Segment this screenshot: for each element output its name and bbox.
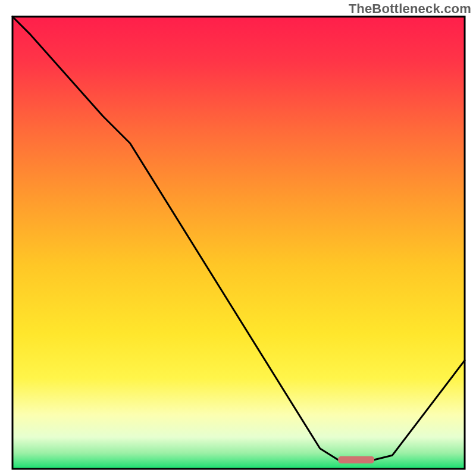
chart-container: TheBottleneck.com — [0, 0, 476, 476]
optimal-region-marker — [338, 456, 374, 464]
bottleneck-chart — [0, 0, 476, 476]
plot-background — [12, 17, 465, 469]
